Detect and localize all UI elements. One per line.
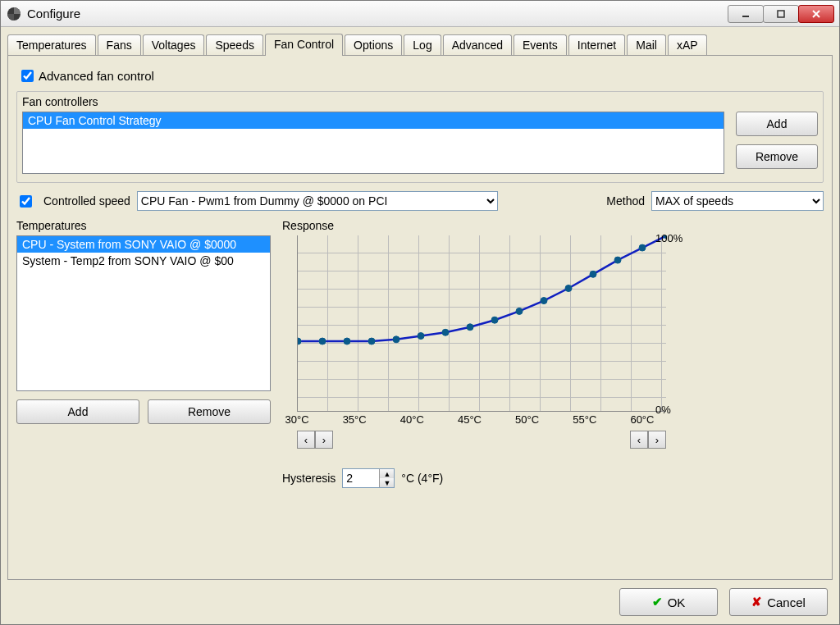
chart-x-labels: 30°C35°C40°C45°C50°C55°C60°C — [297, 413, 666, 426]
chart-y-top: 100% — [655, 232, 682, 244]
svg-point-15 — [541, 298, 547, 304]
configure-window: Configure TemperaturesFansVoltagesSpeeds… — [0, 0, 840, 625]
close-button[interactable] — [798, 5, 834, 23]
controlled-speed-checkbox[interactable] — [20, 195, 32, 208]
response-section: Response 100% 0% 30°C35°C40°C45°C50°C55°… — [282, 219, 666, 488]
x-tick: 40°C — [400, 413, 424, 426]
method-combo[interactable]: MAX of speeds — [651, 191, 824, 211]
window-title: Configure — [27, 7, 728, 21]
hysteresis-input[interactable] — [343, 472, 379, 485]
svg-point-14 — [516, 308, 523, 314]
svg-point-17 — [590, 271, 596, 277]
x-tick: 55°C — [573, 413, 596, 426]
chart-left-next[interactable]: › — [315, 431, 333, 449]
fan-controllers-group: Fan controllers CPU Fan Control Strategy… — [16, 91, 824, 183]
list-item[interactable]: CPU Fan Control Strategy — [23, 112, 724, 129]
fan-controllers-label: Fan controllers — [22, 94, 818, 112]
minimize-button[interactable] — [728, 5, 764, 23]
chart-y-bottom: 0% — [655, 404, 671, 416]
controlled-speed-combo[interactable]: CPU Fan - Pwm1 from Dummy @ $0000 on PCI — [137, 191, 498, 211]
x-tick: 30°C — [285, 413, 308, 426]
list-item[interactable]: System - Temp2 from SONY VAIO @ $00 — [17, 253, 270, 269]
dialog-footer: ✔ OK ✘ Cancel — [619, 588, 828, 616]
tab-fan-control[interactable]: Fan Control — [265, 34, 343, 56]
titlebar: Configure — [1, 1, 839, 27]
chart-right-next[interactable]: › — [648, 431, 666, 449]
hysteresis-label: Hysteresis — [282, 472, 336, 485]
svg-point-6 — [319, 338, 326, 344]
tab-advanced[interactable]: Advanced — [443, 34, 512, 55]
add-temperature-button[interactable]: Add — [16, 399, 139, 424]
temperatures-label: Temperatures — [16, 219, 271, 232]
tab-temperatures[interactable]: Temperatures — [7, 34, 96, 55]
tabs: TemperaturesFansVoltagesSpeedsFan Contro… — [1, 27, 839, 55]
hysteresis-unit: °C (4°F) — [401, 472, 443, 485]
svg-point-7 — [344, 338, 350, 344]
svg-rect-2 — [778, 11, 784, 17]
cancel-button[interactable]: ✘ Cancel — [729, 588, 828, 616]
advanced-fan-control-checkbox[interactable] — [21, 70, 34, 82]
cancel-label: Cancel — [767, 595, 806, 609]
maximize-button[interactable] — [763, 5, 799, 23]
tab-events[interactable]: Events — [514, 34, 567, 55]
remove-temperature-button[interactable]: Remove — [148, 399, 271, 424]
response-chart[interactable] — [297, 235, 666, 412]
svg-point-16 — [565, 285, 572, 292]
x-tick: 45°C — [458, 413, 482, 426]
svg-point-13 — [491, 317, 498, 323]
svg-point-10 — [418, 333, 424, 340]
temp-response-row: Temperatures CPU - System from SONY VAIO… — [16, 219, 824, 488]
temperatures-section: Temperatures CPU - System from SONY VAIO… — [16, 219, 271, 424]
controlled-speed-label: Controlled speed — [43, 194, 130, 208]
controlled-speed-row: Controlled speed CPU Fan - Pwm1 from Dum… — [16, 191, 824, 211]
method-label: Method — [606, 194, 645, 208]
svg-point-9 — [393, 336, 399, 343]
check-icon: ✔ — [652, 595, 663, 609]
svg-point-11 — [442, 329, 449, 335]
hysteresis-spinner[interactable]: ▲▼ — [342, 468, 395, 488]
cross-icon: ✘ — [751, 595, 762, 609]
tab-xap[interactable]: xAP — [668, 34, 707, 55]
svg-point-18 — [614, 257, 621, 263]
ok-label: OK — [668, 595, 686, 609]
spin-down-icon[interactable]: ▼ — [379, 478, 394, 487]
tab-voltages[interactable]: Voltages — [143, 34, 205, 55]
tab-internet[interactable]: Internet — [568, 34, 625, 55]
spin-up-icon[interactable]: ▲ — [379, 469, 394, 478]
response-label: Response — [282, 219, 666, 232]
temperatures-listbox[interactable]: CPU - System from SONY VAIO @ $0000Syste… — [16, 235, 271, 391]
chart-right-prev[interactable]: ‹ — [630, 431, 648, 449]
tab-panel: Advanced fan control Fan controllers CPU… — [7, 55, 833, 580]
tab-speeds[interactable]: Speeds — [206, 34, 262, 55]
fan-controllers-listbox[interactable]: CPU Fan Control Strategy — [22, 112, 724, 174]
advanced-fan-control-label: Advanced fan control — [39, 69, 154, 83]
list-item[interactable]: CPU - System from SONY VAIO @ $0000 — [17, 236, 270, 253]
chart-left-prev[interactable]: ‹ — [297, 431, 315, 449]
x-tick: 60°C — [630, 413, 654, 426]
window-buttons — [728, 5, 834, 23]
ok-button[interactable]: ✔ OK — [619, 588, 718, 616]
remove-controller-button[interactable]: Remove — [736, 144, 818, 169]
svg-point-12 — [467, 324, 473, 331]
svg-point-19 — [639, 244, 646, 251]
add-controller-button[interactable]: Add — [736, 112, 818, 136]
hysteresis-row: Hysteresis ▲▼ °C (4°F) — [282, 468, 666, 488]
tab-options[interactable]: Options — [345, 34, 402, 55]
svg-point-5 — [298, 338, 301, 344]
svg-point-8 — [368, 338, 375, 344]
x-tick: 50°C — [515, 413, 539, 426]
tab-mail[interactable]: Mail — [627, 34, 666, 55]
app-icon — [6, 6, 22, 22]
tab-log[interactable]: Log — [404, 34, 441, 55]
advanced-fan-control-row: Advanced fan control — [16, 64, 824, 91]
tab-fans[interactable]: Fans — [98, 34, 141, 55]
x-tick: 35°C — [343, 413, 367, 426]
